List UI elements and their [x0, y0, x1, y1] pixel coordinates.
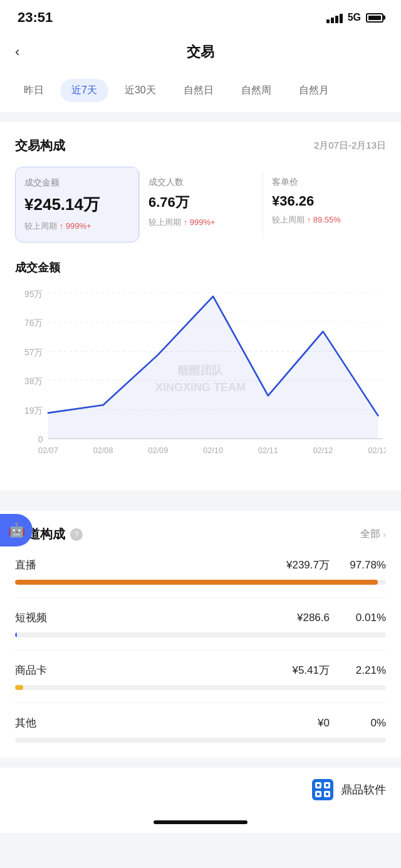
channel-composition-card: 渠道构成 ? 全部 › 直播 ¥239.7万 97.78% 短视频 ¥286.6… — [0, 511, 401, 758]
metric-buyers-compare-value: ↑ 999%+ — [184, 217, 216, 227]
channel-pct-other: 0% — [342, 717, 386, 729]
tab-natural-week[interactable]: 自然周 — [230, 79, 283, 102]
svg-text:02/10: 02/10 — [203, 446, 223, 455]
trading-composition-title: 交易构成 — [15, 137, 65, 154]
channel-stats-other: ¥0 0% — [318, 717, 386, 729]
channel-stats-shortvideo: ¥286.6 0.01% — [297, 612, 386, 624]
trading-composition-card: 交易构成 2月07日-2月13日 成交金额 ¥245.14万 较上周期 ↑ 99… — [0, 122, 401, 491]
channel-more-button[interactable]: 全部 › — [360, 528, 386, 541]
channel-bar-bg-live — [15, 580, 386, 585]
channel-row-shortvideo-header: 短视频 ¥286.6 0.01% — [15, 610, 386, 625]
channel-pct-shortvideo: 0.01% — [342, 612, 386, 624]
channel-row-product-card: 商品卡 ¥5.41万 2.21% — [15, 663, 386, 703]
metric-buyers-compare-label: 较上周期 — [148, 217, 181, 227]
svg-text:02/08: 02/08 — [93, 446, 113, 455]
channel-bar-bg-other — [15, 738, 386, 743]
channel-row-productcard-header: 商品卡 ¥5.41万 2.21% — [15, 663, 386, 677]
svg-text:02/07: 02/07 — [38, 446, 58, 455]
channel-more-label: 全部 — [360, 528, 380, 541]
home-bar-line — [154, 820, 247, 824]
metrics-row: 成交金额 ¥245.14万 较上周期 ↑ 999%+ 成交人数 6.76万 较上… — [15, 167, 386, 243]
svg-text:76万: 76万 — [24, 318, 43, 328]
metric-avg-price-compare: 较上周期 ↑ 89.55% — [272, 214, 377, 226]
trading-date-range: 2月07日-2月13日 — [314, 140, 386, 152]
svg-text:02/11: 02/11 — [258, 446, 278, 455]
status-time: 23:51 — [18, 9, 53, 26]
status-bar: 23:51 5G — [0, 0, 401, 33]
metric-buyers-value: 6.76万 — [148, 193, 254, 212]
svg-text:38万: 38万 — [24, 377, 43, 386]
brand-icon — [311, 778, 335, 802]
metric-amount-label: 成交金额 — [24, 177, 130, 189]
tab-yesterday[interactable]: 昨日 — [13, 79, 55, 102]
chevron-right-icon: › — [383, 530, 386, 540]
metric-amount-compare: 较上周期 ↑ 999%+ — [24, 221, 130, 232]
channel-stats-productcard: ¥5.41万 2.21% — [292, 663, 386, 677]
home-bar — [0, 814, 401, 833]
chart-container: 醒醒团队XINGXING TEAM 95万 76万 57万 38万 19万 0 … — [15, 285, 386, 473]
svg-text:0: 0 — [38, 435, 43, 444]
channel-pct-productcard: 2.21% — [342, 664, 386, 677]
tab-30days[interactable]: 近30天 — [113, 79, 167, 102]
metric-buyers-compare: 较上周期 ↑ 999%+ — [148, 217, 254, 228]
channel-bar-bg-productcard — [15, 685, 386, 690]
card-header: 交易构成 2月07日-2月13日 — [15, 137, 386, 154]
channel-amount-live: ¥239.7万 — [286, 558, 330, 572]
metric-amount[interactable]: 成交金额 ¥245.14万 较上周期 ↑ 999%+ — [15, 167, 139, 243]
svg-text:02/13: 02/13 — [368, 446, 386, 455]
channel-bar-fill-live — [15, 580, 378, 585]
channel-bar-fill-productcard — [15, 685, 23, 690]
channel-row-live: 直播 ¥239.7万 97.78% — [15, 558, 386, 598]
metric-amount-compare-label: 较上周期 — [24, 221, 57, 231]
svg-marker-12 — [48, 296, 378, 439]
channel-row-short-video: 短视频 ¥286.6 0.01% — [15, 610, 386, 651]
metric-avg-price-compare-value: ↑ 89.55% — [307, 215, 341, 224]
status-right: 5G — [326, 12, 383, 23]
channel-header: 渠道构成 ? 全部 › — [15, 526, 386, 543]
channel-row-other: 其他 ¥0 0% — [15, 716, 386, 758]
floating-assistant-button[interactable]: 🤖 — [0, 514, 33, 546]
metric-amount-compare-value: ↑ 999%+ — [60, 221, 91, 231]
assistant-icon: 🤖 — [8, 522, 25, 538]
channel-name-other: 其他 — [15, 716, 36, 730]
svg-rect-26 — [326, 784, 328, 787]
tab-natural-day[interactable]: 自然日 — [172, 79, 225, 102]
network-type: 5G — [348, 12, 361, 23]
channel-amount-shortvideo: ¥286.6 — [297, 612, 330, 624]
help-icon[interactable]: ? — [70, 528, 83, 541]
svg-rect-20 — [312, 779, 333, 800]
metric-avg-price-compare-label: 较上周期 — [272, 215, 305, 224]
tab-bar: 昨日 近7天 近30天 自然日 自然周 自然月 — [0, 71, 401, 112]
svg-text:57万: 57万 — [24, 348, 43, 357]
channel-stats-live: ¥239.7万 97.78% — [286, 558, 386, 572]
channel-bar-bg-shortvideo — [15, 632, 386, 637]
channel-row-other-header: 其他 ¥0 0% — [15, 716, 386, 730]
svg-text:95万: 95万 — [24, 290, 43, 299]
channel-amount-productcard: ¥5.41万 — [292, 663, 330, 677]
svg-rect-28 — [326, 793, 328, 795]
brand-text: 鼎品软件 — [341, 782, 386, 797]
svg-text:02/09: 02/09 — [148, 446, 168, 455]
tab-7days[interactable]: 近7天 — [60, 79, 108, 102]
tab-natural-month[interactable]: 自然月 — [288, 79, 340, 102]
svg-rect-27 — [317, 793, 320, 795]
svg-text:19万: 19万 — [24, 406, 43, 416]
metric-avg-price-value: ¥36.26 — [272, 193, 377, 209]
chart-svg: 95万 76万 57万 38万 19万 0 02/07 02/08 02/09 … — [15, 285, 386, 473]
metric-avg-price[interactable]: 客单价 ¥36.26 较上周期 ↑ 89.55% — [263, 167, 386, 243]
back-button[interactable]: ‹ — [15, 44, 19, 60]
channel-pct-live: 97.78% — [342, 559, 386, 572]
metric-buyers-label: 成交人数 — [148, 177, 254, 188]
channel-row-live-header: 直播 ¥239.7万 97.78% — [15, 558, 386, 572]
chart-title: 成交金额 — [15, 260, 386, 275]
channel-amount-other: ¥0 — [318, 717, 330, 729]
battery-icon — [366, 13, 383, 23]
metric-buyers[interactable]: 成交人数 6.76万 较上周期 ↑ 999%+ — [140, 167, 263, 243]
channel-name-productcard: 商品卡 — [15, 663, 47, 677]
metric-amount-value: ¥245.14万 — [24, 194, 130, 216]
page-title: 交易 — [187, 43, 214, 61]
metric-avg-price-label: 客单价 — [272, 177, 377, 188]
svg-text:02/12: 02/12 — [313, 446, 333, 455]
channel-bar-fill-shortvideo — [15, 632, 17, 637]
svg-rect-25 — [317, 784, 320, 787]
